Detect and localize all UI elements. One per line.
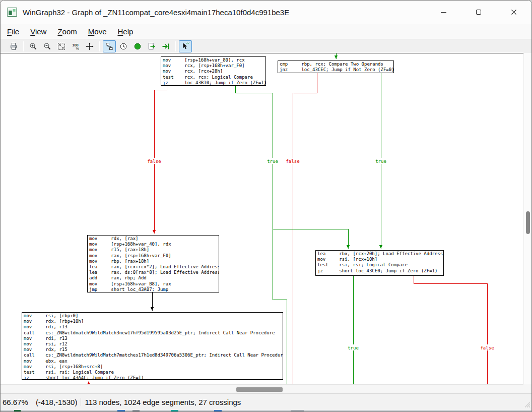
close-button[interactable]: [496, 1, 531, 24]
asm-line: mov rdi, r13: [24, 336, 281, 341]
edge-label: true: [267, 159, 278, 164]
asm-line: test rsi, rsi; Logical Compare: [317, 262, 442, 268]
asm-line: jz short loc_43A4C; Jump if Zero (ZF=1): [24, 375, 281, 380]
asm-line: lea rax, [rcx+rcx*2]; Load Effective Add…: [89, 264, 217, 270]
toolbar: 100%: [1, 39, 531, 53]
graph-layout-icon: [105, 42, 114, 51]
asm-line: mov [rsp+168h+var_B8], rax: [89, 281, 217, 287]
asm-line: mov r15, [rax+18h]: [89, 247, 217, 253]
window-title: WinGraph32 - Graph of _ZN11compat_core4e…: [23, 8, 289, 17]
asm-line: mov rcx, [rcx+28h]: [163, 69, 264, 74]
asm-line: mov rsi, r12: [24, 341, 281, 347]
status-bar: 66.67% (-418,-1530) 113 nodes, 1024 edge…: [1, 393, 531, 410]
background-desktop-sliver: [1, 410, 531, 412]
maximize-button[interactable]: [461, 1, 496, 24]
toolbar-separator: [175, 41, 176, 51]
start-button[interactable]: [131, 40, 144, 52]
asm-line: test rcx, rcx; Logical Compare: [163, 75, 264, 80]
print-icon: [9, 42, 18, 51]
graph-node-block-2[interactable]: cmp rbp, rcx; Compare Two Operandsjnz lo…: [278, 61, 394, 73]
center-graph-icon: [85, 42, 94, 51]
graph-node-block-1[interactable]: mov [rsp+168h+var_80], rcxmov rcx, [rsp+…: [161, 56, 266, 86]
graph-node-block-3[interactable]: mov rdx, [rax]mov [rsp+168h+var_40], rdx…: [87, 235, 219, 292]
history-button[interactable]: [117, 40, 130, 52]
fit-window-icon: [57, 42, 66, 51]
asm-line: jmp short loc_43A07; Jump: [89, 287, 217, 292]
horizontal-scrollbar[interactable]: [1, 384, 524, 393]
edge-label: true: [348, 345, 359, 350]
menu-bar: FileViewZoomMoveHelp: [1, 24, 531, 39]
resize-grip-icon[interactable]: [524, 401, 530, 408]
scrollbar-corner: [523, 384, 531, 393]
menu-move[interactable]: Move: [83, 26, 112, 37]
menu-file[interactable]: File: [2, 26, 25, 37]
graph-canvas[interactable]: falsetruefalsetruetruefalse mov [rsp+168…: [1, 53, 524, 384]
svg-text:%: %: [76, 47, 79, 50]
asm-line: jz short loc_43CE0; Jump if Zero (ZF=1): [317, 268, 442, 274]
center-graph-button[interactable]: [83, 40, 96, 52]
fit-window-button[interactable]: [55, 40, 68, 52]
asm-line: mov rax, [rsp+168h+var_F0]: [89, 253, 217, 259]
follow-jump-icon: [161, 42, 170, 51]
window-controls: [426, 1, 531, 24]
zoom-in-icon: [29, 42, 38, 51]
menu-help[interactable]: Help: [112, 26, 139, 37]
asm-line: mov rcx, [rsp+168h+var_F0]: [163, 63, 264, 69]
asm-line: mov [rsp+168h+var_80], rcx: [163, 57, 264, 63]
asm-line: mov rdx, [rax]: [89, 236, 217, 242]
edge-arrowhead: [379, 245, 382, 249]
zoom-100-button[interactable]: 100%: [69, 40, 82, 52]
edge-arrowhead: [151, 307, 154, 311]
edge-arrowhead: [347, 245, 350, 249]
status-graph-stats: 113 nodes, 1024 edge segments, 27 crossi…: [85, 398, 241, 406]
edge-label: false: [286, 159, 299, 164]
close-icon: [511, 9, 517, 15]
asm-line: mov rbp, [rax+18h]: [89, 259, 217, 264]
asm-line: mov rsi, [rsp+168h+src+8]: [24, 364, 281, 370]
asm-line: cmp rbp, rcx; Compare Two Operands: [280, 62, 392, 67]
title-bar[interactable]: WinGraph32 - Graph of _ZN11compat_core4e…: [1, 1, 531, 24]
asm-line: mov rdx, [rbp+10h]: [24, 319, 281, 324]
zoom-100-icon: 100%: [71, 42, 80, 51]
menu-view[interactable]: View: [25, 26, 52, 37]
menu-zoom[interactable]: Zoom: [52, 26, 82, 37]
graph-edge: [414, 276, 487, 384]
edge-label: false: [480, 345, 494, 350]
graph-node-block-5[interactable]: mov rsi, [rbp+0]mov rdx, [rbp+10h]mov rd…: [22, 312, 283, 380]
vertical-scrollbar-thumb[interactable]: [526, 211, 530, 234]
toolbar-separator: [23, 41, 24, 51]
export-graph-button[interactable]: [145, 40, 158, 52]
edge-arrowhead: [153, 230, 156, 233]
toolbar-separator: [99, 41, 100, 51]
asm-line: mov rdx, r15: [24, 347, 281, 352]
asm-line: call cs:_ZN8wildmatch9WildMatch7matches1…: [24, 352, 281, 358]
start-icon: [133, 42, 142, 51]
asm-line: jnz loc_43CEC; Jump if Not Zero (ZF=0): [280, 67, 392, 73]
asm-line: call cs:_ZN8wildmatch9WildMatch3new17hf9…: [24, 330, 281, 336]
minimize-button[interactable]: [426, 1, 461, 24]
vertical-scrollbar[interactable]: [523, 53, 531, 384]
edge-label: true: [375, 159, 386, 164]
select-tool-button[interactable]: [179, 40, 192, 52]
minimize-icon: [441, 12, 446, 13]
graph-layout-button[interactable]: [103, 40, 116, 52]
asm-line: mov rsi, [rbp+0]: [24, 313, 281, 319]
select-tool-icon: [181, 42, 190, 51]
graph-node-block-4[interactable]: lea rbx, [rcx+20h]; Load Effective Addre…: [315, 250, 444, 276]
zoom-out-icon: [43, 42, 52, 51]
graph-edge: [273, 229, 348, 249]
wingraph32-window: WinGraph32 - Graph of _ZN11compat_core4e…: [0, 0, 532, 412]
zoom-out-button[interactable]: [41, 40, 54, 52]
history-icon: [119, 42, 128, 51]
edge-arrowhead: [335, 55, 338, 59]
app-icon: [7, 7, 17, 17]
horizontal-scrollbar-thumb[interactable]: [236, 387, 283, 392]
print-button[interactable]: [7, 40, 20, 52]
export-graph-icon: [147, 42, 156, 51]
asm-line: lea rax, ds:0[rax*8]; Load Effective Add…: [89, 270, 217, 275]
edge-label: false: [147, 159, 161, 164]
zoom-in-button[interactable]: [27, 40, 40, 52]
maximize-icon: [476, 10, 481, 15]
follow-jump-button[interactable]: [159, 40, 172, 52]
asm-line: add rax, rbp; Add: [89, 275, 217, 281]
